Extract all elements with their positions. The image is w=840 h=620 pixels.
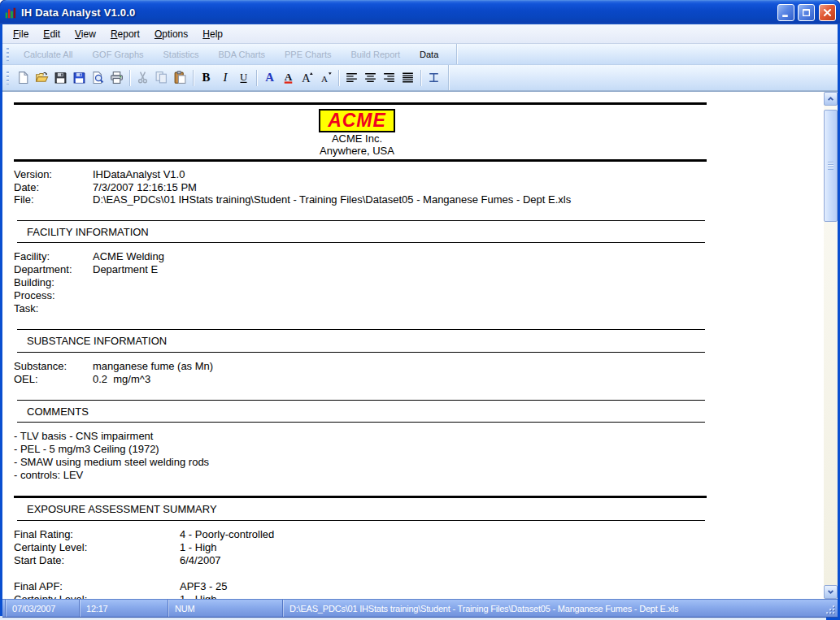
report-sections: FACILITY INFORMATIONFacility:ACME Weldin…	[11, 220, 824, 600]
toolbar-grip[interactable]	[7, 48, 9, 61]
menu-item-options[interactable]: Options	[147, 26, 195, 42]
field-row: Building:	[14, 276, 824, 289]
vertical-scrollbar[interactable]	[824, 92, 838, 599]
page-break-icon[interactable]	[424, 69, 443, 87]
field-label: OEL:	[14, 373, 93, 386]
resize-grip-icon[interactable]	[826, 605, 836, 615]
status-panel: 12:17	[79, 600, 168, 617]
close-button[interactable]	[819, 4, 836, 21]
section-rule	[17, 422, 705, 423]
font-icon[interactable]	[260, 69, 279, 87]
field-row: Substance:manganese fume (as Mn)	[14, 360, 824, 373]
field-row: Start Date:6/4/2007	[14, 554, 824, 567]
meta-label: Date:	[14, 181, 93, 194]
field-row: Certainty Level:1 - High	[14, 593, 824, 600]
print-preview-icon[interactable]	[89, 69, 107, 87]
meta-row: File:D:\EAS_PDCs\01 IHStats training\Stu…	[14, 193, 824, 206]
field-value: 1 - High	[180, 541, 217, 554]
field-label: Start Date:	[14, 554, 180, 567]
open-file-icon[interactable]	[33, 69, 51, 87]
toolbar-button-ppe-charts: PPE Charts	[275, 46, 341, 63]
format-toolbar-items	[14, 65, 449, 90]
title-bar: IH Data Analyst V1.0.0	[0, 0, 840, 24]
report-section: SUBSTANCE INFORMATIONSubstance:manganese…	[11, 329, 824, 386]
report-header: ACME ACME Inc. Anywhere, USA	[11, 105, 703, 157]
font-color-icon[interactable]	[279, 69, 298, 87]
field-value: 6/4/2007	[180, 554, 221, 567]
field-label: Substance:	[14, 360, 93, 373]
new-document-icon[interactable]	[14, 69, 33, 87]
meta-label: File:	[14, 193, 93, 206]
comment-line: - TLV basis - CNS impairment	[14, 430, 824, 443]
menu-item-file[interactable]: File	[6, 26, 36, 42]
save-as-icon[interactable]	[70, 69, 89, 87]
scrollbar-thumb[interactable]	[824, 110, 838, 222]
justify-icon[interactable]	[398, 69, 417, 87]
comment-line: - PEL - 5 mg/m3 Ceiling (1972)	[14, 443, 824, 456]
client-area: ACME ACME Inc. Anywhere, USA Version:IHD…	[2, 91, 838, 599]
field-label: Certainty Level:	[14, 541, 180, 554]
action-toolbar-buttons: Calculate AllGOF GraphsStatisticsBDA Cha…	[14, 44, 457, 64]
field-label: Certainty Level:	[14, 593, 180, 600]
section-rule	[17, 352, 705, 353]
field-row: OEL:0.2 mg/m^3	[14, 373, 824, 386]
save-icon[interactable]	[51, 69, 70, 87]
status-bar: 07/03/200712:17NUMD:\EAS_PDCs\01 IHStats…	[2, 599, 838, 618]
field-label: Process:	[14, 289, 93, 302]
field-row: Final Rating:4 - Poorly-controlled	[14, 528, 824, 541]
status-panel: 07/03/2007	[5, 600, 79, 617]
menu-item-help[interactable]: Help	[195, 26, 230, 42]
company-name: ACME Inc.	[11, 132, 703, 145]
section-rule	[17, 520, 705, 521]
menu-item-report[interactable]: Report	[103, 26, 147, 42]
field-value: APF3 - 25	[180, 580, 228, 593]
minimize-button[interactable]	[777, 4, 794, 21]
paste-icon[interactable]	[171, 69, 189, 87]
increase-font-icon[interactable]	[298, 69, 316, 87]
section-title: EXPOSURE ASSESSMENT SUMMARY	[11, 498, 824, 520]
menu-item-view[interactable]: View	[67, 26, 103, 42]
comment-line: - SMAW using medium steel welding rods	[14, 456, 824, 469]
decrease-font-icon[interactable]	[316, 69, 335, 87]
toolbar-separator	[193, 70, 194, 86]
scroll-down-button[interactable]	[824, 585, 838, 599]
field-value: 4 - Poorly-controlled	[180, 528, 274, 541]
field-value: 1 - High	[180, 593, 217, 600]
meta-row: Version:IHDataAnalyst V1.0	[14, 168, 824, 181]
window-title: IH Data Analyst V1.0.0	[21, 7, 774, 19]
section-body: - TLV basis - CNS impairment- PEL - 5 mg…	[14, 430, 824, 482]
align-center-icon[interactable]	[361, 69, 380, 87]
field-label: Task:	[14, 302, 93, 315]
scrollbar-track[interactable]	[824, 106, 838, 585]
italic-icon[interactable]	[215, 69, 234, 87]
toolbar-button-bda-charts: BDA Charts	[209, 46, 275, 63]
section-rule	[17, 242, 705, 243]
field-value: Department E	[93, 263, 158, 276]
format-toolbar	[2, 65, 838, 91]
action-toolbar: Calculate AllGOF GraphsStatisticsBDA Cha…	[2, 44, 838, 65]
field-label: Final Rating:	[14, 528, 180, 541]
chevron-up-icon	[825, 93, 836, 104]
report-section: COMMENTS- TLV basis - CNS impairment- PE…	[11, 400, 824, 483]
report-rule-header-bottom	[14, 159, 707, 162]
align-left-icon[interactable]	[342, 69, 361, 87]
print-icon[interactable]	[107, 69, 126, 87]
field-row: Facility:ACME Welding	[14, 250, 824, 263]
company-location: Anywhere, USA	[11, 145, 703, 157]
field-label	[14, 567, 180, 580]
report-section: FACILITY INFORMATIONFacility:ACME Weldin…	[11, 220, 824, 316]
toolbar-grip[interactable]	[7, 72, 9, 85]
copy-icon	[152, 69, 171, 87]
align-right-icon[interactable]	[380, 69, 398, 87]
maximize-button[interactable]	[798, 4, 815, 21]
field-label: Facility:	[14, 250, 93, 263]
toolbar-button-data[interactable]: Data	[410, 46, 448, 63]
scroll-up-button[interactable]	[824, 92, 838, 106]
section-body: Substance:manganese fume (as Mn)OEL:0.2 …	[14, 360, 824, 386]
app-window: IH Data Analyst V1.0.0 FileEditViewRepor…	[0, 0, 840, 620]
underline-icon[interactable]	[234, 69, 253, 87]
toolbar-separator	[256, 70, 257, 86]
menu-item-edit[interactable]: Edit	[36, 26, 67, 42]
bold-icon[interactable]	[197, 69, 215, 87]
toolbar-button-build-report: Build Report	[341, 46, 410, 63]
